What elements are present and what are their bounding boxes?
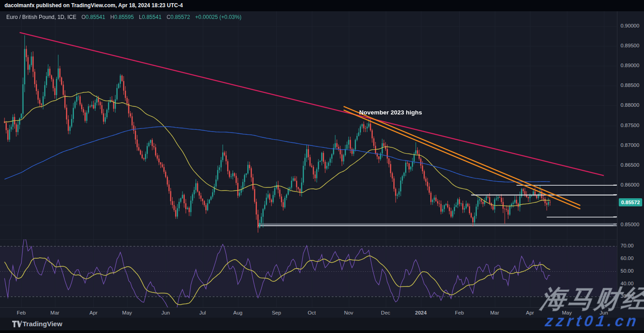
open-label: O bbox=[82, 14, 86, 20]
rsi-axis-label: 70.00 bbox=[621, 243, 634, 248]
tradingview-snapshot: dacolmanfx published on TradingView.com,… bbox=[0, 0, 644, 333]
time-axis-label: Aug bbox=[233, 310, 242, 315]
time-axis-label: Sep bbox=[272, 310, 281, 315]
rsi-axis-label: 50.00 bbox=[621, 268, 634, 274]
time-axis-label: Apr bbox=[526, 310, 534, 315]
time-axis-label: Mar bbox=[50, 310, 59, 315]
time-axis-label: May bbox=[562, 310, 572, 315]
rsi-axis-label: 60.00 bbox=[621, 255, 634, 261]
rsi-axis-label: 40.00 bbox=[621, 281, 634, 286]
price-axis-label: 0.86500 bbox=[621, 162, 639, 168]
price-axis-label: 0.87000 bbox=[621, 142, 639, 148]
time-axis-label: Jun bbox=[161, 310, 170, 315]
time-axis-label: Feb bbox=[455, 310, 464, 315]
time-axis-label: Jun bbox=[600, 310, 608, 315]
high-value: 0.85595 bbox=[114, 14, 134, 20]
price-axis-label: 0.89000 bbox=[621, 63, 639, 68]
published-info-bar: dacolmanfx published on TradingView.com,… bbox=[0, 0, 644, 11]
open-value: 0.85541 bbox=[86, 14, 105, 20]
high-label: H bbox=[110, 14, 114, 20]
low-value: 0.85541 bbox=[142, 14, 161, 20]
rsi-axis-label: 30.00 bbox=[621, 293, 634, 299]
symbol-header: Euro / British Pound, 1D, ICE O0.85541 H… bbox=[6, 14, 242, 21]
price-axis-label: 0.90000 bbox=[621, 23, 639, 28]
time-axis-label: Apr bbox=[89, 310, 97, 315]
footer-bar: TradingView bbox=[0, 318, 644, 330]
price-axis-label: 0.88500 bbox=[621, 82, 639, 88]
time-axis-label: Mar bbox=[490, 310, 499, 315]
close-value: 0.85572 bbox=[170, 14, 190, 20]
price-scale[interactable]: 0.85572 0.900000.895000.890000.885000.88… bbox=[617, 11, 644, 307]
price-chart-canvas[interactable] bbox=[0, 11, 617, 307]
symbol-title[interactable]: Euro / British Pound, 1D, ICE bbox=[6, 14, 76, 20]
price-axis-label: 0.88000 bbox=[621, 102, 639, 108]
last-price-badge: 0.85572 bbox=[619, 198, 642, 206]
time-axis-label: Feb bbox=[17, 310, 26, 315]
price-axis-label: 0.89500 bbox=[621, 43, 639, 48]
time-axis-label: Oct bbox=[308, 310, 316, 315]
bottom-strip bbox=[0, 330, 644, 333]
low-label: L bbox=[139, 14, 142, 20]
time-axis-label: Jul bbox=[199, 310, 206, 315]
price-axis-label: 0.86000 bbox=[621, 182, 639, 187]
time-axis-label: Dec bbox=[381, 310, 390, 315]
time-axis-label: May bbox=[122, 310, 132, 315]
time-scale[interactable]: FebMarAprMayJunJulAugSepOctNovDec2024Feb… bbox=[0, 307, 644, 318]
price-axis-label: 0.87500 bbox=[621, 123, 639, 128]
time-axis-label: 2024 bbox=[415, 310, 427, 315]
price-axis-label: 0.85000 bbox=[621, 222, 639, 227]
tradingview-logo-text[interactable]: TradingView bbox=[23, 320, 62, 328]
tradingview-logo-icon[interactable] bbox=[12, 320, 22, 328]
time-axis-label: Nov bbox=[344, 310, 353, 315]
chart-annotation[interactable]: November 2023 highs bbox=[359, 109, 422, 116]
change-value: +0.00025 (+0.03%) bbox=[195, 14, 242, 20]
